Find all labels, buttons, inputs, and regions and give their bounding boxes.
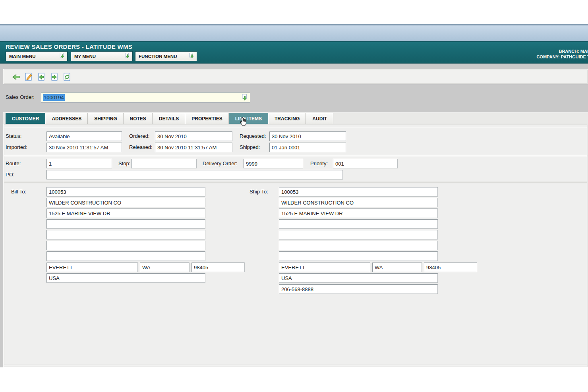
bill-to-address1-field[interactable] [46, 209, 205, 218]
priority-label: Priority: [310, 159, 328, 168]
bill-to-address4-field[interactable] [46, 241, 205, 250]
function-menu-button[interactable]: FUNCTION MENU [135, 51, 197, 61]
tab-properties[interactable]: PROPERTIES [185, 113, 228, 124]
bill-to-address3-field[interactable] [46, 230, 205, 239]
delivery-order-field[interactable] [244, 159, 303, 168]
requested-field[interactable] [269, 131, 346, 141]
next-record-icon[interactable] [50, 72, 59, 81]
detail-tabstrip: CUSTOMER ADDRESSES SHIPPING NOTES DETAIL… [3, 112, 588, 124]
ordered-label: Ordered: [129, 131, 149, 141]
ship-to-address4-field[interactable] [279, 241, 438, 250]
po-label: PO: [6, 170, 14, 180]
sales-order-value: 1000194 [43, 94, 65, 101]
ordered-field[interactable] [155, 131, 232, 141]
route-label: Route: [6, 159, 21, 168]
route-field[interactable] [46, 159, 112, 168]
ship-to-address1-field[interactable] [279, 209, 438, 218]
sales-order-lookup-icon[interactable] [241, 94, 248, 101]
tab-addresses[interactable]: ADDRESSES [45, 113, 88, 124]
stop-field[interactable] [131, 159, 197, 168]
edit-record-icon[interactable] [24, 72, 33, 81]
imported-field[interactable] [46, 143, 122, 152]
tab-details[interactable]: DETAILS [153, 113, 185, 124]
my-menu-label: MY MENU [74, 54, 124, 59]
ship-to-address2-field[interactable] [279, 219, 438, 229]
refresh-record-icon[interactable] [62, 72, 72, 81]
bill-to-country-field[interactable] [46, 273, 205, 283]
imported-label: Imported: [6, 143, 27, 152]
page-title: REVIEW SALES ORDERS - LATITUDE WMS [6, 43, 132, 50]
branch-label: BRANCH: MAIN, [493, 48, 588, 54]
ship-to-city-field[interactable] [279, 263, 370, 272]
bill-to-state-field[interactable] [140, 263, 190, 272]
menu-dropdown-icon [124, 52, 130, 60]
ship-to-code-field[interactable] [279, 187, 438, 197]
tab-audit[interactable]: AUDIT [306, 113, 333, 124]
back-icon[interactable] [12, 72, 21, 81]
main-menu-label: MAIN MENU [9, 54, 59, 59]
menu-dropdown-icon [59, 52, 65, 60]
released-label: Released: [129, 143, 153, 152]
tab-notes[interactable]: NOTES [124, 113, 153, 124]
browser-tab-bar: Latitude Warehouse... × [0, 24, 588, 41]
previous-record-icon[interactable] [37, 72, 46, 81]
po-field[interactable] [46, 170, 343, 180]
record-toolbar [3, 69, 588, 84]
app-header: REVIEW SALES ORDERS - LATITUDE WMS MAIN … [0, 41, 588, 64]
status-label: Status: [6, 131, 21, 141]
main-menu-button[interactable]: MAIN MENU [6, 51, 68, 61]
company-label: COMPANY: PATHGUIDE TE [493, 54, 588, 60]
ship-to-country-field[interactable] [279, 273, 438, 283]
function-menu-label: FUNCTION MENU [139, 54, 188, 59]
menu-dropdown-icon [188, 52, 195, 60]
status-field[interactable] [46, 131, 122, 141]
tab-customer[interactable]: CUSTOMER [6, 113, 45, 124]
tab-tracking[interactable]: TRACKING [268, 113, 306, 124]
ship-to-state-field[interactable] [372, 263, 422, 272]
shipped-field[interactable] [269, 143, 346, 152]
released-field[interactable] [155, 143, 232, 152]
bill-to-address2-field[interactable] [46, 219, 205, 229]
my-menu-button[interactable]: MY MENU [71, 51, 133, 61]
ship-to-address3-field[interactable] [279, 230, 438, 239]
sales-order-label: Sales Order: [6, 93, 35, 102]
ship-to-name-field[interactable] [279, 198, 438, 207]
bill-to-zip-field[interactable] [191, 263, 245, 272]
ship-to-zip-field[interactable] [424, 263, 477, 272]
ship-to-label: Ship To: [250, 187, 268, 197]
ship-to-address5-field[interactable] [279, 251, 438, 261]
sales-order-input[interactable]: 1000194 [41, 92, 250, 102]
bill-to-code-field[interactable] [46, 187, 205, 197]
shipped-label: Shipped: [240, 143, 260, 152]
stop-label: Stop: [118, 159, 130, 168]
bill-to-name-field[interactable] [46, 198, 205, 207]
bill-to-address5-field[interactable] [46, 251, 205, 261]
tab-shipping[interactable]: SHIPPING [88, 113, 123, 124]
branch-company-info: BRANCH: MAIN, COMPANY: PATHGUIDE TE [493, 48, 588, 60]
tab-line-items[interactable]: LINE ITEMS [229, 113, 268, 124]
mouse-cursor-pointer [239, 116, 248, 127]
page: Latitude Warehouse... × REVIEW SALES ORD… [0, 0, 588, 392]
delivery-order-label: Delivery Order: [203, 159, 237, 168]
ship-to-phone-field[interactable] [279, 284, 438, 294]
requested-label: Requested: [240, 131, 266, 141]
bill-to-city-field[interactable] [46, 263, 138, 272]
priority-field[interactable] [333, 159, 398, 168]
bill-to-label: Bill To: [11, 187, 26, 197]
